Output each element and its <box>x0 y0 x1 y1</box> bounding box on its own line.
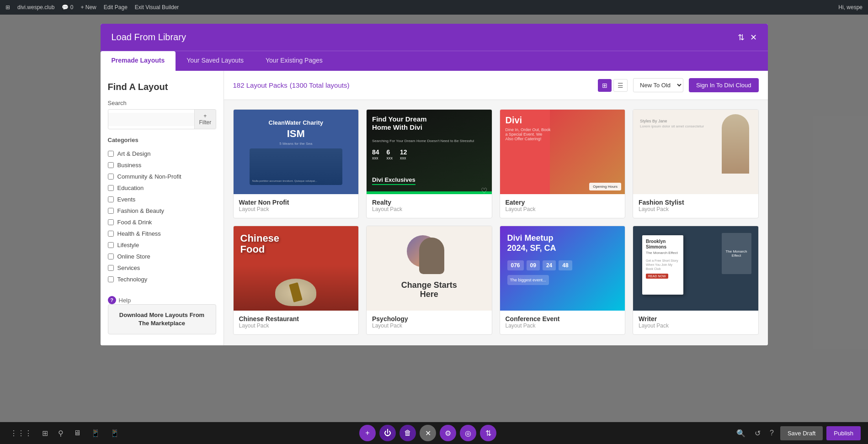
card-thumbnail: Change StartsHere <box>367 226 492 311</box>
grid-view-button[interactable]: ⊞ <box>598 79 612 92</box>
sidebar-title: Find A Layout <box>108 82 216 92</box>
layout-card-realty[interactable]: Find Your DreamHome With Divi Searching … <box>366 109 492 218</box>
card-type: Layout Pack <box>506 206 620 212</box>
category-checkbox[interactable] <box>108 162 114 168</box>
category-business[interactable]: Business <box>108 159 216 171</box>
category-fashion[interactable]: Fashion & Beauty <box>108 205 216 217</box>
new-link[interactable]: + New <box>80 4 96 11</box>
card-info: Realty Layout Pack <box>367 194 492 218</box>
card-name: Water Non Profit <box>239 199 353 206</box>
list-view-button[interactable]: ☰ <box>613 79 628 92</box>
grid-icon-button[interactable]: ⊞ <box>39 427 51 439</box>
card-thumbnail: ChineseFood <box>234 226 359 311</box>
search-input[interactable] <box>108 113 194 126</box>
edit-page-link[interactable]: Edit Page <box>104 4 128 11</box>
help-link[interactable]: ? Help <box>108 296 216 304</box>
bottom-toolbar: ⋮⋮⋮ ⊞ ⚲ 🖥 📱 📱 + ⏻ 🗑 ✕ ⚙ ◎ ⇅ 🔍 ↺ ? Save D… <box>0 422 868 444</box>
refresh-icon-button[interactable]: ↺ <box>752 427 763 439</box>
category-label: Art & Design <box>117 150 151 157</box>
card-info: Psychology Layout Pack <box>367 311 492 334</box>
category-events[interactable]: Events <box>108 194 216 205</box>
layout-card-eatery[interactable]: Divi Dine In, Order Out, Book a Special … <box>500 109 626 218</box>
save-draft-button[interactable]: Save Draft <box>780 426 823 440</box>
category-checkbox[interactable] <box>108 174 114 180</box>
modal-title: Load From Library <box>112 32 186 42</box>
expand-button[interactable]: ⇅ <box>738 33 745 42</box>
filter-button[interactable]: + Filter <box>194 110 216 129</box>
menu-icon-button[interactable]: ⋮⋮⋮ <box>7 427 35 439</box>
site-link[interactable]: divi.wespe.club <box>17 4 54 11</box>
main-content: 182 Layout Packs (1300 Total layouts) ⊞ … <box>224 71 768 345</box>
category-checkbox[interactable] <box>108 231 114 237</box>
card-thumbnail: BrooklynSimmons The Monarch Effect Get a… <box>633 226 758 311</box>
card-info: Chinese Restaurant Layout Pack <box>234 311 359 334</box>
close-toolbar-button[interactable]: ✕ <box>420 425 436 441</box>
category-services[interactable]: Services <box>108 262 216 274</box>
add-button[interactable]: + <box>359 425 376 441</box>
trash-button[interactable]: 🗑 <box>399 425 416 441</box>
help-icon-button[interactable]: ? <box>767 427 777 439</box>
category-food[interactable]: Food & Drink <box>108 217 216 228</box>
category-label: Education <box>117 185 144 191</box>
download-label: Download More Layouts From The Marketpla… <box>119 312 204 327</box>
search-icon-button[interactable]: ⚲ <box>55 427 66 439</box>
exit-vb-link[interactable]: Exit Visual Builder <box>135 4 179 11</box>
layout-card-water-non-profit[interactable]: CleanWater Charity ISM 5 Means for the S… <box>233 109 359 218</box>
sort-select[interactable]: New To Old Old To New A to Z Z to A <box>633 78 683 92</box>
settings-button[interactable]: ⚙ <box>440 425 456 441</box>
card-thumbnail: Divi Dine In, Order Out, Book a Special … <box>500 110 625 194</box>
layout-grid: CleanWater Charity ISM 5 Means for the S… <box>224 100 768 345</box>
layout-card-psychology[interactable]: Change StartsHere Psychology Layout Pack <box>366 226 492 335</box>
modal-tabs: Premade Layouts Your Saved Layouts Your … <box>101 51 768 71</box>
category-checkbox[interactable] <box>108 196 114 202</box>
card-name: Eatery <box>506 199 620 206</box>
sync-button[interactable]: ⇅ <box>480 425 496 441</box>
category-lifestyle[interactable]: Lifestyle <box>108 239 216 251</box>
favorite-icon[interactable]: ♡ <box>481 186 487 195</box>
category-online-store[interactable]: Online Store <box>108 251 216 262</box>
category-technology[interactable]: Technology <box>108 274 216 285</box>
power-button[interactable]: ⏻ <box>379 425 396 441</box>
publish-button[interactable]: Publish <box>826 426 861 440</box>
categories-title: Categories <box>108 137 216 143</box>
zoom-icon-button[interactable]: 🔍 <box>734 427 748 439</box>
download-more-layouts[interactable]: Download More Layouts From The Marketpla… <box>108 304 216 334</box>
category-education[interactable]: Education <box>108 182 216 194</box>
modal-header: Load From Library ⇅ ✕ <box>101 24 768 51</box>
toolbar-left: ⋮⋮⋮ ⊞ ⚲ 🖥 📱 📱 <box>7 427 122 439</box>
category-health[interactable]: Health & Fitness <box>108 228 216 239</box>
wp-icon: ⊞ <box>5 4 10 11</box>
category-checkbox[interactable] <box>108 276 114 282</box>
category-checkbox[interactable] <box>108 265 114 271</box>
category-checkbox[interactable] <box>108 219 114 225</box>
close-button[interactable]: ✕ <box>750 33 757 42</box>
card-info: Water Non Profit Layout Pack <box>234 194 359 218</box>
category-community[interactable]: Community & Non-Profit <box>108 171 216 182</box>
category-checkbox[interactable] <box>108 208 114 214</box>
layout-card-conference[interactable]: Divi Meetup2024, SF, CA 076 09 24 48 The… <box>500 226 626 335</box>
card-thumbnail: Divi Meetup2024, SF, CA 076 09 24 48 The… <box>500 226 625 311</box>
view-toggle: ⊞ ☰ <box>598 79 628 92</box>
modal-header-actions: ⇅ ✕ <box>738 33 757 42</box>
help-label: Help <box>119 297 131 304</box>
category-art-design[interactable]: Art & Design <box>108 148 216 159</box>
layout-card-chinese-restaurant[interactable]: ChineseFood Chinese Restaurant <box>233 226 359 335</box>
layout-card-writer[interactable]: BrooklynSimmons The Monarch Effect Get a… <box>633 226 759 335</box>
layout-card-fashion-stylist[interactable]: Styles By Jane Lorem ipsum dolor sit ame… <box>633 109 759 218</box>
tab-saved-layouts[interactable]: Your Saved Layouts <box>176 51 255 71</box>
tab-premade-layouts[interactable]: Premade Layouts <box>101 51 176 71</box>
category-checkbox[interactable] <box>108 254 114 259</box>
card-name: Chinese Restaurant <box>239 315 353 322</box>
comments-link[interactable]: 💬 0 <box>62 4 73 11</box>
category-label: Technology <box>117 276 148 283</box>
category-checkbox[interactable] <box>108 185 114 191</box>
category-checkbox[interactable] <box>108 242 114 248</box>
tab-existing-pages[interactable]: Your Existing Pages <box>255 51 334 71</box>
monitor-icon-button[interactable]: 🖥 <box>71 427 84 439</box>
phone-icon-button[interactable]: 📱 <box>107 427 122 439</box>
history-button[interactable]: ◎ <box>460 425 476 441</box>
category-label: Online Store <box>117 253 150 260</box>
sign-in-divi-cloud-button[interactable]: Sign In To Divi Cloud <box>689 78 758 92</box>
category-checkbox[interactable] <box>108 151 114 157</box>
tablet-icon-button[interactable]: 📱 <box>88 427 103 439</box>
